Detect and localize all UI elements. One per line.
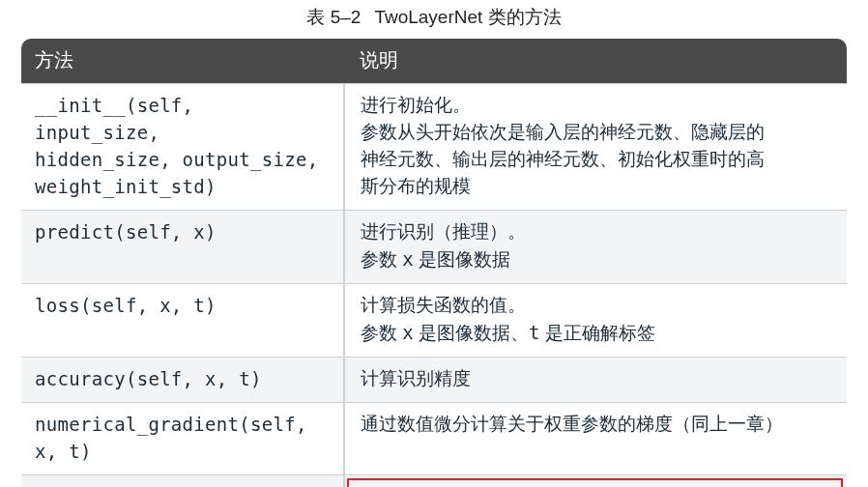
cell-method: __init__(self, input_size, hidden_size, …	[21, 84, 344, 211]
table-row: predict(self, x) 进行识别（推理）。 参数 x 是图像数据	[21, 211, 847, 284]
desc-text: 是图像数据	[414, 249, 510, 270]
cell-method: predict(self, x)	[21, 211, 344, 284]
table-row: numerical_gradient(self, x, t) 通过数值微分计算关…	[21, 403, 847, 475]
table-row: __init__(self, input_size, hidden_size, …	[21, 84, 847, 211]
caption-title: TwoLayerNet 类的方法	[374, 7, 561, 27]
table-row: loss(self, x, t) 计算损失函数的值。 参数 x 是图像数据、t …	[21, 284, 847, 358]
table-caption: 表 5–2TwoLayerNet 类的方法	[21, 4, 847, 31]
desc-line: 参数从头开始依次是输入层的神经元数、隐藏层的	[361, 122, 765, 142]
cell-method: loss(self, x, t)	[21, 284, 344, 358]
cell-method: accuracy(self, x, t)	[21, 358, 344, 403]
desc-text: 是图像数据、	[414, 323, 529, 343]
cell-desc: 通过数值微分计算关于权重参数的梯度（同上一章）	[344, 403, 847, 475]
desc-line: 进行初始化。	[361, 95, 471, 115]
cell-method: gradient(self, x, t)	[21, 475, 344, 488]
desc-text: 参数	[361, 323, 402, 343]
cell-desc: 进行初始化。 参数从头开始依次是输入层的神经元数、隐藏层的 神经元数、输出层的神…	[344, 84, 847, 211]
methods-table: 方法 说明 __init__(self, input_size, hidden_…	[21, 39, 847, 487]
method-line: hidden_size, output_size,	[35, 149, 318, 170]
desc-mono: x	[402, 322, 413, 343]
cell-desc: 通过误差反向传播法计算关于权重参数的梯度	[344, 475, 847, 488]
desc-line: 进行识别（推理）。	[361, 221, 526, 242]
method-line: weight_init_std)	[35, 176, 217, 197]
table-row: gradient(self, x, t) 通过误差反向传播法计算关于权重参数的梯…	[21, 475, 847, 488]
table-wrapper: 表 5–2TwoLayerNet 类的方法 方法 说明 __init__(sel…	[21, 4, 847, 487]
header-desc: 说明	[344, 39, 847, 84]
desc-line: 斯分布的规模	[361, 176, 471, 196]
header-method: 方法	[21, 39, 344, 84]
cell-desc: 计算识别精度	[344, 358, 847, 403]
cell-desc: 进行识别（推理）。 参数 x 是图像数据	[344, 211, 847, 284]
header-row: 方法 说明	[21, 39, 847, 84]
desc-text: 是正确解标签	[539, 323, 654, 343]
cell-method: numerical_gradient(self, x, t)	[21, 403, 344, 475]
caption-number: 表 5–2	[306, 7, 361, 27]
table-row: accuracy(self, x, t) 计算识别精度	[21, 358, 847, 403]
desc-text: 参数	[361, 249, 402, 270]
desc-line: 计算损失函数的值。	[361, 295, 526, 315]
desc-line: 神经元数、输出层的神经元数、初始化权重时的高	[361, 149, 765, 169]
desc-mono: t	[529, 322, 539, 343]
cell-desc: 计算损失函数的值。 参数 x 是图像数据、t 是正确解标签	[344, 284, 847, 358]
method-line: __init__(self, input_size,	[35, 95, 193, 143]
desc-mono: x	[402, 248, 413, 270]
